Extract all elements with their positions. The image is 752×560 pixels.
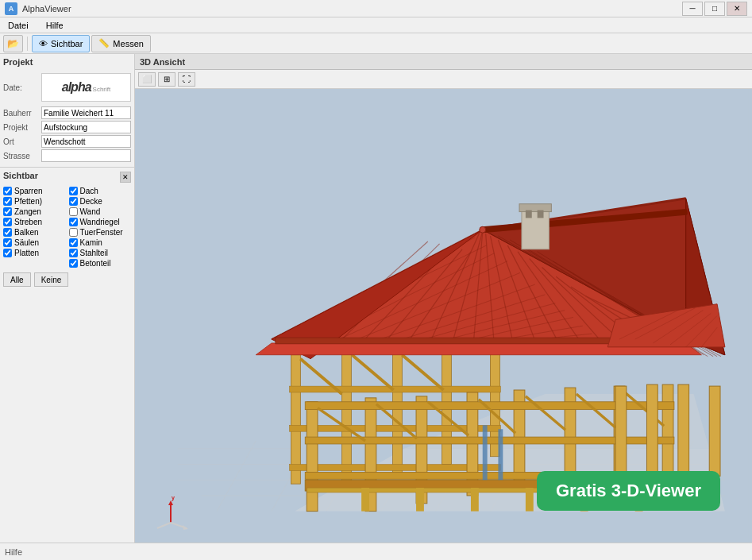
strasse-label: Strasse (3, 152, 38, 160)
view-header: 3D Ansicht (135, 54, 752, 70)
saeulen-label: Säulen (14, 238, 39, 247)
checkbox-kamin: Kamin (69, 238, 132, 247)
maximize-button[interactable]: □ (704, 2, 725, 16)
strasse-input[interactable] (41, 149, 131, 162)
wand-checkbox[interactable] (69, 207, 78, 216)
alle-button[interactable]: Alle (3, 272, 31, 287)
svg-rect-88 (538, 210, 544, 218)
decke-label: Decke (80, 197, 102, 206)
checkbox-decke: Decke (69, 197, 132, 206)
svg-line-102 (157, 523, 171, 528)
ruler-icon: 📏 (98, 38, 110, 48)
bauherr-input[interactable] (41, 106, 131, 119)
minimize-button[interactable]: ─ (682, 2, 703, 16)
platten-checkbox[interactable] (3, 249, 12, 257)
view-toolbar: ⬜ ⊞ ⛶ (135, 70, 752, 89)
checkbox-sparren: Sparren (3, 187, 66, 195)
svg-rect-18 (393, 347, 403, 476)
checkbox-dach: Dach (69, 187, 132, 195)
checkbox-wand: Wand (69, 207, 132, 216)
toolbar-separator (27, 37, 28, 51)
menu-datei[interactable]: Datei (3, 17, 33, 33)
zangen-label: Zangen (14, 207, 41, 216)
left-panel: Projekt Date: alpha Schrift Bauherr Proj… (0, 54, 135, 543)
strasse-row: Strasse (3, 149, 131, 162)
checkbox-platten: Platten (3, 249, 66, 257)
svg-rect-47 (498, 429, 503, 480)
wandriegel-label: Wandriegel (80, 218, 120, 226)
app-icon: A (5, 2, 17, 15)
view-header-label: 3D Ansicht (140, 57, 185, 67)
tuerfenster-checkbox[interactable] (69, 228, 78, 237)
sichtbar-button[interactable]: 👁 Sichtbar (32, 35, 90, 52)
ort-row: Ort (3, 135, 131, 148)
checkbox-streben: Streben (3, 218, 66, 226)
svg-rect-87 (526, 210, 532, 218)
view-btn-fullscreen[interactable]: ⛶ (178, 72, 195, 87)
menubar: Datei Hilfe (0, 17, 752, 33)
svg-rect-57 (678, 384, 689, 478)
checkbox-stahlteil: Stahlteil (69, 249, 132, 257)
saeulen-checkbox[interactable] (3, 238, 12, 247)
balken-label: Balken (14, 228, 39, 237)
keine-button[interactable]: Keine (34, 272, 69, 287)
dach-checkbox[interactable] (69, 187, 78, 195)
balken-checkbox[interactable] (3, 228, 12, 237)
view-btn-home[interactable]: ⬜ (138, 72, 156, 87)
eye-icon: 👁 (39, 39, 48, 48)
svg-rect-58 (709, 386, 720, 476)
messen-button[interactable]: 📏 Messen (91, 35, 151, 52)
project-section: Projekt Date: alpha Schrift Bauherr Proj… (0, 54, 134, 168)
app-title: AlphaViewer (22, 4, 71, 14)
open-button[interactable]: 📂 (3, 35, 23, 52)
svg-rect-34 (662, 384, 673, 472)
svg-marker-101 (183, 525, 188, 530)
wandriegel-checkbox[interactable] (69, 218, 78, 226)
view-btn-grid[interactable]: ⊞ (158, 72, 175, 87)
checkbox-saeulen: Säulen (3, 238, 66, 247)
checkbox-empty (3, 259, 66, 268)
checkbox-betonteil: Betonteil (69, 259, 132, 268)
sichtbar-section: Sichtbar ✕ Sparren Dach Pfetten) (0, 168, 134, 543)
statusbar: Hilfe (0, 543, 752, 560)
axis-indicator: y (151, 495, 183, 527)
platten-label: Platten (14, 249, 39, 257)
view-area: 3D Ansicht ⬜ ⊞ ⛶ (135, 54, 752, 543)
sichtbar-label: Sichtbar (51, 39, 83, 48)
streben-checkbox[interactable] (3, 218, 12, 226)
svg-marker-99 (168, 500, 173, 505)
betonteil-label: Betonteil (80, 259, 111, 268)
main-layout: Projekt Date: alpha Schrift Bauherr Proj… (0, 54, 752, 543)
menu-hilfe[interactable]: Hilfe (41, 17, 68, 33)
close-button[interactable]: ✕ (727, 2, 747, 16)
sichtbar-header: Sichtbar ✕ (3, 171, 131, 183)
svg-rect-27 (307, 402, 318, 512)
streben-label: Streben (14, 218, 42, 226)
date-label: Date: (3, 83, 38, 92)
kamin-label: Kamin (80, 238, 102, 247)
pfetten-checkbox[interactable] (3, 197, 12, 206)
canvas-area[interactable]: Gratis 3-D-Viewer y (135, 89, 752, 543)
sichtbar-close-button[interactable]: ✕ (120, 172, 131, 183)
stahlteil-checkbox[interactable] (69, 249, 78, 257)
sparren-label: Sparren (14, 187, 43, 195)
kamin-checkbox[interactable] (69, 238, 78, 247)
bauherr-label: Bauherr (3, 109, 38, 118)
zangen-checkbox[interactable] (3, 207, 12, 216)
projekt-input[interactable] (41, 121, 131, 133)
checkbox-grid: Sparren Dach Pfetten) Decke Zangen (3, 187, 131, 268)
svg-rect-46 (483, 425, 488, 480)
bauherr-row: Bauherr (3, 106, 131, 119)
dach-label: Dach (80, 187, 98, 195)
ort-input[interactable] (41, 135, 131, 148)
sparren-checkbox[interactable] (3, 187, 12, 195)
decke-checkbox[interactable] (69, 197, 78, 206)
titlebar: A AlphaViewer ─ □ ✕ (0, 0, 752, 17)
svg-rect-56 (646, 384, 658, 483)
checkbox-wandriegel: Wandriegel (69, 218, 132, 226)
logo-alpha: alpha (62, 80, 91, 95)
date-row: Date: alpha Schrift (3, 70, 131, 105)
svg-rect-86 (519, 204, 551, 212)
betonteil-checkbox[interactable] (69, 259, 78, 268)
svg-rect-21 (290, 386, 501, 392)
